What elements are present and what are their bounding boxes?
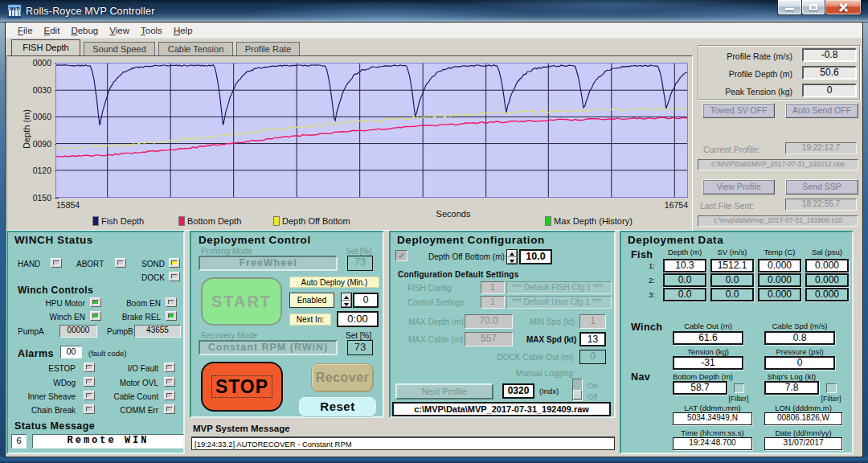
window-title: Rolls-Royce MVP Controller: [26, 6, 155, 17]
winch-en-indicator[interactable]: [90, 311, 101, 321]
recover-button[interactable]: Recover: [311, 363, 374, 392]
led-light: [53, 260, 59, 265]
cable-count-indicator[interactable]: [164, 391, 175, 400]
sond-indicator[interactable]: [169, 258, 180, 268]
hand-indicator[interactable]: [51, 258, 62, 268]
window-controls: [777, 0, 862, 15]
chain-break-indicator[interactable]: [84, 404, 95, 414]
auto-deploy-spinner[interactable]: [341, 293, 352, 308]
manual-logging-label: Manual Logging: [450, 369, 573, 378]
led-light: [166, 407, 173, 412]
maximize-button[interactable]: [801, 0, 825, 15]
fish1-sal-value: 0.000: [805, 259, 849, 272]
auto-deploy-value[interactable]: 0: [353, 293, 379, 308]
max-cable-value: 557: [465, 332, 513, 346]
estop-indicator[interactable]: [84, 363, 95, 372]
next-profile-button[interactable]: Next Profile: [395, 383, 493, 399]
menu-file[interactable]: File: [12, 24, 39, 37]
stop-button[interactable]: STOP: [201, 362, 283, 412]
tab-sound-speed[interactable]: Sound Speed: [84, 42, 155, 55]
recovery-set-value[interactable]: 73: [347, 340, 373, 355]
next-in-value[interactable]: 0:00: [337, 311, 379, 327]
bottom-depth-legend-label: Bottom Depth: [187, 216, 241, 227]
fault-code-label: (fault code): [88, 349, 127, 358]
ships-log-filter-checkbox[interactable]: [826, 383, 837, 393]
led-light: [166, 365, 173, 370]
fish1-temp-value: 0.000: [758, 259, 801, 272]
inner-sheave-indicator[interactable]: [84, 391, 95, 400]
minimize-icon: [785, 8, 794, 10]
depth-off-bottom-checkbox[interactable]: ✓: [395, 250, 407, 261]
tab-fish-depth[interactable]: FISH Depth: [11, 39, 80, 55]
reset-button[interactable]: Reset: [298, 396, 377, 417]
spinner-down-icon[interactable]: [342, 301, 351, 308]
menu-edit[interactable]: Edit: [39, 24, 66, 37]
last-file-sent-path: c:\mvp\data\mvp_2017-07-31_181906.s10: [698, 215, 858, 227]
col-depth-label: Depth (m): [663, 248, 706, 256]
menu-help[interactable]: Help: [168, 24, 199, 37]
max-spd-label: MAX Spd (kt): [526, 335, 576, 344]
min-spd-label: MIN Spd (kt): [530, 318, 575, 326]
auto-send-button[interactable]: Auto Send OFF: [785, 103, 858, 118]
bottom-depth-filter-checkbox[interactable]: [734, 383, 744, 393]
fish-config-label: FISH Config: [407, 284, 451, 293]
spinner-down-icon[interactable]: [507, 257, 517, 264]
minimize-button[interactable]: [777, 0, 801, 15]
date-value: 31/07/2017: [764, 437, 842, 450]
system-message-input[interactable]: [19:24:33.2] AUTORECOVER - Constant RPM: [191, 436, 615, 450]
y-tick-0: 0000: [27, 58, 51, 67]
motor-ovl-indicator[interactable]: [164, 377, 175, 387]
abort-indicator[interactable]: [115, 258, 126, 268]
led-light: [171, 260, 178, 265]
depth-off-bottom-value[interactable]: 10.0: [519, 249, 552, 264]
control-settings-label: Control Settings: [407, 298, 465, 307]
next-profile-index[interactable]: 0320: [502, 383, 534, 399]
fault-code-value[interactable]: 00: [60, 346, 82, 359]
depth-plot[interactable]: [55, 63, 688, 198]
menu-debug[interactable]: Debug: [65, 24, 104, 37]
toggle-knob[interactable]: [573, 390, 582, 399]
tab-cable-tension[interactable]: Cable Tension: [158, 42, 233, 55]
view-profile-button[interactable]: View Profile: [702, 179, 775, 195]
depth-off-bottom-spinner[interactable]: [506, 249, 518, 264]
pressure-value: 0: [764, 356, 835, 370]
deployment-control-title: Deployment Control: [199, 234, 311, 246]
close-button[interactable]: [825, 0, 862, 15]
led-light: [171, 274, 178, 279]
tab-profile-rate[interactable]: Profile Rate: [236, 42, 300, 55]
fish2-sal-value: 0.000: [805, 273, 849, 287]
hpu-motor-indicator[interactable]: [90, 297, 101, 307]
menu-view[interactable]: View: [104, 24, 135, 37]
wdog-label: WDog: [16, 379, 76, 387]
wdog-indicator[interactable]: [84, 377, 95, 387]
comm-err-indicator[interactable]: [164, 404, 175, 414]
plot-canvas: [56, 64, 687, 197]
max-spd-value[interactable]: 13: [579, 332, 606, 346]
start-button[interactable]: START: [201, 277, 282, 326]
boom-en-indicator[interactable]: [166, 297, 177, 307]
fish-section-label: Fish: [631, 249, 653, 260]
io-fault-indicator[interactable]: [164, 363, 175, 372]
title-bar[interactable]: MVP Rolls-Royce MVP Controller: [0, 0, 868, 23]
manual-logging-toggle[interactable]: [572, 379, 583, 401]
app-icon: MVP: [7, 4, 22, 18]
window-border-right: [862, 23, 868, 457]
status-message-value[interactable]: Remote WIN: [32, 434, 184, 449]
spinner-up-icon[interactable]: [507, 250, 517, 257]
pump-a-value: 00000: [59, 325, 97, 338]
send-ssp-button[interactable]: Send SSP: [785, 179, 858, 195]
spinner-up-icon[interactable]: [342, 293, 351, 301]
cable-spd-value: 0.8: [764, 331, 835, 345]
profiling-set-value[interactable]: 73: [347, 256, 373, 271]
winch-controls-title: Winch Controls: [18, 285, 93, 296]
dock-indicator[interactable]: [169, 272, 180, 281]
io-fault-label: I/O Fault: [99, 364, 158, 373]
towed-sv-button[interactable]: Towed SV OFF: [702, 103, 775, 118]
hpu-motor-label: HPU Motor: [32, 299, 85, 308]
led-light: [166, 393, 173, 398]
menu-tools[interactable]: Tools: [135, 24, 168, 37]
brake-rel-indicator[interactable]: [166, 311, 177, 321]
enabled-button[interactable]: Enabled: [289, 293, 334, 308]
start-button-label: START: [211, 293, 272, 310]
dock-cable-out-value: 0: [579, 350, 606, 364]
